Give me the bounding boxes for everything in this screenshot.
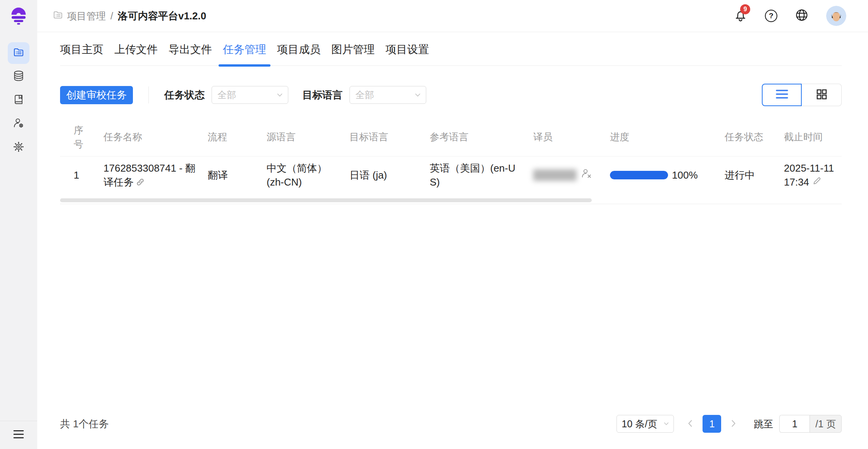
task-status-select-value: 全部 <box>217 89 236 101</box>
chevron-left-icon <box>688 418 692 430</box>
task-name-text[interactable]: 1762853308741 - 翻译任务 <box>103 162 195 188</box>
task-status-select[interactable]: 全部 <box>212 86 288 104</box>
col-translator: 译员 <box>533 126 610 148</box>
col-source-language: 源语言 <box>267 126 350 148</box>
project-tabs: 项目主页 上传文件 导出文件 任务管理 项目成员 图片管理 项目设置 <box>60 32 842 66</box>
create-review-task-button[interactable]: 创建审校任务 <box>60 86 133 104</box>
main-content: 项目主页 上传文件 导出文件 任务管理 项目成员 图片管理 项目设置 创建审校任… <box>37 32 868 449</box>
app-window: 项目管理 / 洛可内容平台v1.2.0 9 ? <box>0 0 868 449</box>
col-workflow: 流程 <box>208 126 267 148</box>
progress-label: 100% <box>672 168 698 182</box>
chevron-right-icon <box>731 418 736 430</box>
col-progress: 进度 <box>610 126 725 148</box>
cell-source-language: 中文（简体）(zh-CN) <box>267 157 350 194</box>
cell-progress: 100% <box>610 163 725 187</box>
tab-project-home[interactable]: 项目主页 <box>60 42 103 65</box>
remove-user-icon[interactable] <box>581 168 592 182</box>
current-page-button[interactable]: 1 <box>703 415 721 433</box>
topbar-actions: 9 ? <box>734 6 846 26</box>
globe-icon <box>795 9 808 23</box>
deadline-time: 17:34 <box>784 175 809 189</box>
topbar: 项目管理 / 洛可内容平台v1.2.0 9 ? <box>37 0 868 32</box>
pagination-bar: 共 1个任务 10 条/页 1 <box>60 415 842 433</box>
target-language-select[interactable]: 全部 <box>350 86 426 104</box>
cell-translator <box>533 163 610 187</box>
grid-view-button[interactable] <box>802 84 842 106</box>
breadcrumb: 项目管理 / 洛可内容平台v1.2.0 <box>53 9 206 23</box>
list-view-button[interactable] <box>762 84 802 106</box>
help-icon: ? <box>765 10 777 22</box>
edit-deadline-icon[interactable] <box>812 175 822 189</box>
progress-bar <box>610 171 668 179</box>
cell-workflow: 翻译 <box>208 163 267 187</box>
cell-deadline: 2025-11-11 17:34 <box>784 157 842 194</box>
tab-export-files[interactable]: 导出文件 <box>169 42 212 65</box>
chevron-down-icon <box>664 422 669 425</box>
user-avatar[interactable] <box>826 6 846 26</box>
target-language-filter-label: 目标语言 <box>302 88 343 102</box>
cell-reference-language: 英语（美国）(en-US) <box>430 157 533 194</box>
tab-project-members[interactable]: 项目成员 <box>277 42 320 65</box>
breadcrumb-current: 洛可内容平台v1.2.0 <box>118 9 206 23</box>
chevron-down-icon <box>415 93 420 97</box>
task-table: 序号 任务名称 流程 源语言 目标语言 参考语言 译员 进度 任务状态 截止时间… <box>60 118 842 204</box>
next-page-button[interactable] <box>724 415 743 433</box>
jump-page-input[interactable] <box>779 415 809 433</box>
notification-badge: 9 <box>740 4 750 14</box>
app-logo-icon[interactable] <box>9 7 28 25</box>
sidebar-collapse-button[interactable] <box>0 421 37 449</box>
table-row: 1 1762853308741 - 翻译任务 翻译 中文（简体）(zh-CN) … <box>60 157 842 194</box>
hamburger-icon <box>13 430 24 440</box>
table-bottom-border <box>60 204 842 204</box>
task-link-icon[interactable] <box>136 178 145 186</box>
jump-label: 跳至 <box>754 418 773 430</box>
filter-target-language: 目标语言 全部 <box>302 86 426 104</box>
sidebar-item-projects[interactable] <box>8 42 29 64</box>
tab-task-management[interactable]: 任务管理 <box>223 42 266 65</box>
breadcrumb-separator: / <box>110 10 114 22</box>
chevron-down-icon <box>277 93 282 97</box>
total-count-text: 共 1个任务 <box>60 417 109 431</box>
grid-view-icon <box>816 88 828 102</box>
sidebar-item-glossary[interactable] <box>8 89 29 111</box>
tab-image-management[interactable]: 图片管理 <box>331 42 375 65</box>
notifications-button[interactable]: 9 <box>734 8 747 24</box>
task-toolbar: 创建审校任务 任务状态 全部 目标语言 全部 <box>60 84 842 106</box>
sidebar-item-settings[interactable] <box>8 137 29 158</box>
database-icon <box>13 70 24 83</box>
cell-index: 1 <box>60 163 103 187</box>
toolbar-divider <box>148 86 149 103</box>
help-button[interactable]: ? <box>765 10 777 22</box>
col-task-status: 任务状态 <box>725 126 784 148</box>
list-view-icon <box>775 89 789 101</box>
cell-target-language: 日语 (ja) <box>350 163 430 187</box>
sidebar-bottom <box>0 421 37 449</box>
progress-bar-fill <box>610 171 668 179</box>
breadcrumb-section[interactable]: 项目管理 <box>67 10 106 22</box>
project-folder-icon <box>53 10 63 22</box>
view-toggle <box>762 84 842 106</box>
col-index: 序号 <box>60 119 86 156</box>
language-button[interactable] <box>795 9 808 23</box>
gear-icon <box>13 141 24 154</box>
sidebar-item-member-settings[interactable] <box>8 113 29 135</box>
user-gear-icon <box>13 117 24 131</box>
tab-project-settings[interactable]: 项目设置 <box>386 42 429 65</box>
sidebar-item-resources[interactable] <box>8 66 29 88</box>
jump-to-page: 跳至 /1 页 <box>754 415 842 433</box>
cell-task-status: 进行中 <box>725 163 784 187</box>
prev-page-button[interactable] <box>681 415 699 433</box>
page-size-value: 10 条/页 <box>622 418 657 430</box>
tab-upload-files[interactable]: 上传文件 <box>114 42 158 65</box>
page-size-select[interactable]: 10 条/页 <box>617 415 674 433</box>
horizontal-scrollbar-thumb[interactable] <box>60 198 592 202</box>
cell-task-name: 1762853308741 - 翻译任务 <box>103 157 208 194</box>
projects-folder-icon <box>13 46 24 60</box>
filter-task-status: 任务状态 全部 <box>164 86 288 104</box>
table-header-row: 序号 任务名称 流程 源语言 目标语言 参考语言 译员 进度 任务状态 截止时间 <box>60 118 842 157</box>
col-reference-language: 参考语言 <box>430 126 533 148</box>
col-deadline: 截止时间 <box>784 126 842 148</box>
book-icon <box>13 94 24 107</box>
task-status-filter-label: 任务状态 <box>164 88 205 102</box>
col-task-name: 任务名称 <box>103 126 208 148</box>
